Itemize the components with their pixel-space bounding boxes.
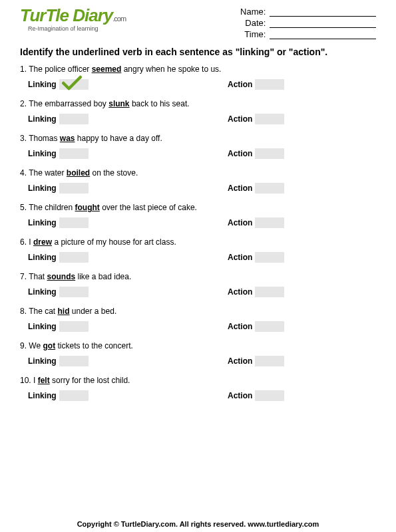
linking-answer-box[interactable] xyxy=(59,356,89,366)
question-text: 2. The embarrassed boy slunk back to his… xyxy=(20,99,376,108)
linking-answer-box[interactable] xyxy=(59,79,89,90)
action-label: Action xyxy=(228,356,252,366)
linking-option: Linking xyxy=(28,390,228,401)
action-answer-box[interactable] xyxy=(255,217,284,228)
action-option: Action xyxy=(228,390,361,401)
action-label: Action xyxy=(228,287,252,297)
underlined-verb: got xyxy=(43,341,55,350)
question-text: 1. The police officer seemed angry when … xyxy=(20,65,376,74)
action-option: Action xyxy=(228,79,361,90)
action-option: Action xyxy=(228,321,361,332)
answer-row: LinkingAction xyxy=(20,148,376,159)
question: 10. I felt sorry for the lost child.Link… xyxy=(20,376,376,401)
question-number: 3. xyxy=(20,134,27,143)
action-answer-box[interactable] xyxy=(255,287,284,297)
linking-option: Linking xyxy=(28,252,228,263)
linking-answer-box[interactable] xyxy=(59,114,89,124)
linking-answer-box[interactable] xyxy=(59,217,89,228)
sentence-pre: Thomas xyxy=(29,134,60,143)
action-answer-box[interactable] xyxy=(255,114,284,124)
logo: TurTle Diary.com Re-Imagination of learn… xyxy=(20,7,153,32)
answer-row: LinkingAction xyxy=(20,390,376,401)
time-input-line[interactable] xyxy=(270,30,376,39)
linking-label: Linking xyxy=(28,287,57,297)
question-number: 10. xyxy=(20,376,31,385)
question: 3. Thomas was happy to have a day off.Li… xyxy=(20,134,376,159)
linking-option: Linking xyxy=(28,356,228,366)
question: 2. The embarrassed boy slunk back to his… xyxy=(20,99,376,124)
underlined-verb: hid xyxy=(58,307,70,316)
linking-answer-box[interactable] xyxy=(59,287,89,297)
questions-list: 1. The police officer seemed angry when … xyxy=(20,65,376,401)
info-fields: Name: Date: Time: xyxy=(240,7,376,41)
underlined-verb: seemed xyxy=(92,65,122,74)
action-label: Action xyxy=(228,114,252,124)
question-text: 4. The water boiled on the stove. xyxy=(20,168,376,178)
question-text: 9. We got tickets to the concert. xyxy=(20,341,376,350)
question: 1. The police officer seemed angry when … xyxy=(20,65,376,90)
action-answer-box[interactable] xyxy=(255,148,284,159)
linking-answer-box[interactable] xyxy=(59,390,89,401)
answer-row: LinkingAction xyxy=(20,217,376,228)
time-field: Time: xyxy=(240,29,376,39)
action-option: Action xyxy=(228,217,361,228)
linking-option: Linking xyxy=(28,183,228,194)
action-answer-box[interactable] xyxy=(255,183,284,194)
linking-answer-box[interactable] xyxy=(59,183,89,194)
linking-label: Linking xyxy=(28,149,57,158)
sentence-post: like a bad idea. xyxy=(75,272,131,281)
linking-label: Linking xyxy=(28,253,57,262)
name-input-line[interactable] xyxy=(270,7,376,17)
sentence-post: under a bed. xyxy=(70,307,117,316)
action-label: Action xyxy=(228,391,252,400)
sentence-post: on the stove. xyxy=(90,168,138,178)
sentence-pre: The police officer xyxy=(29,65,92,74)
action-label: Action xyxy=(228,184,252,193)
linking-label: Linking xyxy=(28,114,57,124)
linking-answer-box[interactable] xyxy=(59,321,89,332)
check-icon xyxy=(62,75,82,91)
linking-label: Linking xyxy=(28,322,57,331)
action-answer-box[interactable] xyxy=(255,321,284,332)
sentence-pre: That xyxy=(29,272,47,281)
sentence-pre: The cat xyxy=(29,307,57,316)
answer-row: LinkingAction xyxy=(20,356,376,366)
sentence-pre: The children xyxy=(29,203,75,212)
action-answer-box[interactable] xyxy=(255,79,284,90)
question: 9. We got tickets to the concert.Linking… xyxy=(20,341,376,366)
question-number: 7. xyxy=(20,272,27,281)
name-field: Name: xyxy=(240,7,376,17)
time-label: Time: xyxy=(244,29,266,39)
action-label: Action xyxy=(228,253,252,262)
date-input-line[interactable] xyxy=(270,19,376,28)
underlined-verb: slunk xyxy=(108,99,129,108)
action-answer-box[interactable] xyxy=(255,390,284,401)
linking-label: Linking xyxy=(28,356,57,366)
question: 7. That sounds like a bad idea.LinkingAc… xyxy=(20,272,376,297)
question-number: 1. xyxy=(20,65,27,74)
sentence-post: a picture of my house for art class. xyxy=(52,237,176,247)
action-option: Action xyxy=(228,252,361,263)
linking-label: Linking xyxy=(28,184,57,193)
sentence-pre: We xyxy=(29,341,43,350)
question: 5. The children fought over the last pie… xyxy=(20,203,376,228)
question-text: 7. That sounds like a bad idea. xyxy=(20,272,376,281)
footer: Copyright © TurtleDiary.com. All rights … xyxy=(20,520,376,528)
underlined-verb: was xyxy=(60,134,75,143)
linking-option: Linking xyxy=(28,114,228,124)
underlined-verb: sounds xyxy=(47,272,76,281)
sentence-pre: I xyxy=(33,376,38,385)
action-answer-box[interactable] xyxy=(255,356,284,366)
answer-row: LinkingAction xyxy=(20,183,376,194)
linking-option: Linking xyxy=(28,148,228,159)
logo-text: TurTle Diary.com xyxy=(20,7,153,24)
question-text: 8. The cat hid under a bed. xyxy=(20,307,376,316)
linking-answer-box[interactable] xyxy=(59,252,89,263)
linking-answer-box[interactable] xyxy=(59,148,89,159)
answer-row: LinkingAction xyxy=(20,79,376,90)
answer-row: LinkingAction xyxy=(20,114,376,124)
header: TurTle Diary.com Re-Imagination of learn… xyxy=(20,7,376,41)
action-label: Action xyxy=(228,322,252,331)
action-answer-box[interactable] xyxy=(255,252,284,263)
question-number: 4. xyxy=(20,168,27,178)
